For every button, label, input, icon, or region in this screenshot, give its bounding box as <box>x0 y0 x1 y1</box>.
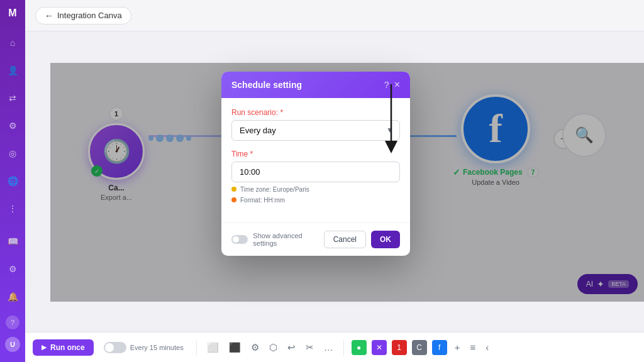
footer-buttons: Cancel OK <box>324 231 400 248</box>
dialog-help-button[interactable]: ? <box>384 80 389 90</box>
topbar-title: Integration Canva <box>57 11 122 20</box>
advanced-label: Show advanced settings <box>253 232 323 247</box>
schedule-toggle[interactable] <box>104 342 126 353</box>
sidebar-item-book[interactable]: 📖 <box>4 233 21 250</box>
dialog-body: Run scenario: * Once Every day Every wee… <box>221 98 410 222</box>
toolbar-gray-icon[interactable]: C <box>412 340 427 355</box>
sidebar-item-globe[interactable]: 🌐 <box>4 172 21 190</box>
toolbar-green-icon[interactable]: ● <box>352 340 367 355</box>
schedule-toggle-container: Every 15 minutes <box>104 342 184 353</box>
sidebar: M ⌂ 👤 ⇄ ⚙ ◎ 🌐 ⋮ 📖 ⚙ 🔔 ? U <box>0 0 25 362</box>
back-button[interactable]: ← Integration Canva <box>35 7 131 25</box>
sidebar-item-users[interactable]: 👤 <box>4 62 21 79</box>
canvas-area: 1 🕐 ✓ Ca... Export a... 1 ⬡ ...ges 6 🔧 f <box>25 31 644 332</box>
back-arrow-icon: ← <box>45 11 53 21</box>
run-once-label: Run once <box>50 343 85 352</box>
topbar: ← Integration Canva <box>25 0 644 31</box>
schedule-dialog: Schedule setting ? × Run scenario: * Onc… <box>221 72 410 256</box>
run-scenario-select[interactable]: Once Every day Every week Every month <box>231 120 400 141</box>
toolbar-collapse-icon[interactable]: ‹ <box>483 339 491 355</box>
format-hint: Format: HH:mm <box>231 197 400 204</box>
time-input[interactable] <box>231 162 400 182</box>
toolbar-list-icon[interactable]: ≡ <box>467 339 478 355</box>
format-text: Format: HH:mm <box>240 197 285 204</box>
dialog-header-actions: ? × <box>384 79 400 90</box>
ok-button[interactable]: OK <box>371 231 400 248</box>
toolbar-undo-icon[interactable]: ↩ <box>285 339 298 356</box>
sidebar-item-flow[interactable]: ◎ <box>4 145 21 162</box>
toolbar-shape-icon[interactable]: ⬡ <box>267 339 280 356</box>
format-dot <box>231 197 236 202</box>
sidebar-item-more[interactable]: ⋮ <box>4 200 21 217</box>
toolbar-copy-icon[interactable]: ⬛ <box>226 339 243 356</box>
run-scenario-select-wrapper: Once Every day Every week Every month ▼ <box>231 120 400 141</box>
sidebar-item-puzzle[interactable]: ⚙ <box>4 117 21 134</box>
show-advanced-container: Show advanced settings <box>231 232 324 247</box>
sidebar-item-bell[interactable]: 🔔 <box>4 288 21 305</box>
schedule-toggle-knob <box>105 343 114 352</box>
toolbar-separator-1 <box>196 340 197 355</box>
sidebar-item-home[interactable]: ⌂ <box>4 34 21 52</box>
toolbar-settings-icon[interactable]: ⚙ <box>248 339 262 356</box>
sidebar-item-help[interactable]: ? <box>6 315 19 329</box>
modal-overlay: Schedule setting ? × Run scenario: * Onc… <box>50 63 644 302</box>
sidebar-item-share[interactable]: ⇄ <box>4 89 21 107</box>
timezone-hint: Time zone: Europe/Paris <box>231 186 400 193</box>
toolbar-more-icon[interactable]: … <box>321 339 336 355</box>
sidebar-item-settings[interactable]: ⚙ <box>4 260 21 278</box>
schedule-toggle-label: Every 15 minutes <box>130 344 184 351</box>
dialog-close-button[interactable]: × <box>394 79 400 90</box>
run-scenario-label: Run scenario: * <box>231 108 400 117</box>
cancel-button[interactable]: Cancel <box>324 231 366 248</box>
timezone-dot <box>231 187 236 192</box>
time-group: Time * Time zone: Europe/Paris Format: H… <box>231 150 400 204</box>
run-once-button[interactable]: ▶ Run once <box>33 339 94 356</box>
toolbar-cut-icon[interactable]: ✂ <box>303 339 316 356</box>
app-logo: M <box>8 8 16 19</box>
advanced-toggle[interactable] <box>231 235 248 244</box>
toolbar-save-icon[interactable]: ⬜ <box>204 339 221 356</box>
bottom-toolbar: ▶ Run once Every 15 minutes ⬜ ⬛ ⚙ ⬡ ↩ ✂ … <box>25 332 644 362</box>
run-scenario-group: Run scenario: * Once Every day Every wee… <box>231 108 400 141</box>
timezone-text: Time zone: Europe/Paris <box>240 186 309 193</box>
advanced-toggle-knob <box>233 236 239 243</box>
toolbar-blue-icon[interactable]: f <box>432 340 447 355</box>
toolbar-separator-2 <box>343 340 344 355</box>
dialog-title: Schedule setting <box>231 80 302 90</box>
time-label: Time * <box>231 150 400 158</box>
dialog-header: Schedule setting ? × <box>221 72 410 98</box>
dialog-footer: Show advanced settings Cancel OK <box>221 222 410 256</box>
toolbar-add-icon[interactable]: + <box>452 339 463 355</box>
toolbar-purple-icon[interactable]: ✕ <box>372 340 387 355</box>
play-icon: ▶ <box>42 344 47 351</box>
user-avatar[interactable]: U <box>5 337 20 352</box>
toolbar-red-icon[interactable]: 1 <box>392 340 407 355</box>
